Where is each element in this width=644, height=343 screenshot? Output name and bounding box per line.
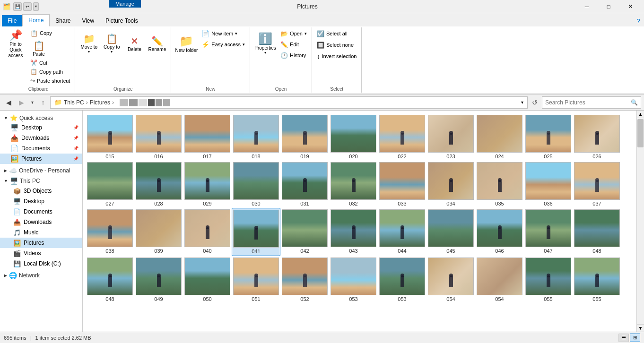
thumbnail-item[interactable]: 043 (329, 208, 378, 256)
thumbnail-item[interactable]: 047 (524, 208, 573, 256)
select-all-button[interactable]: ☑️ Select all (315, 28, 358, 39)
thumbnail-item[interactable]: 035 (475, 161, 524, 208)
tab-view[interactable]: View (76, 15, 100, 26)
thumbnail-item[interactable]: 025 (524, 113, 573, 161)
sidebar-item-desktop-pc[interactable]: 🖥️ Desktop (0, 196, 82, 206)
close-button[interactable]: ✕ (619, 0, 641, 13)
up-button[interactable]: ↑ (37, 97, 49, 108)
thumbnail-item[interactable]: 042 (280, 208, 329, 256)
pin-quick-access-button[interactable]: 📌 Pin to Quick access (4, 28, 27, 60)
delete-button[interactable]: ✕ Delete (123, 28, 145, 59)
sidebar-item-downloads-qa[interactable]: 📥 Downloads 📌 (0, 133, 82, 143)
copy-to-button[interactable]: 📋 Copy to ▾ (101, 28, 122, 59)
thumbnail-item[interactable]: 015 (86, 113, 134, 161)
thumbnail-item[interactable]: 038 (86, 208, 134, 256)
undo-btn[interactable]: ↩ (23, 2, 32, 11)
sidebar-item-pictures-pc[interactable]: 🖼️ Pictures (0, 238, 82, 248)
edit-button[interactable]: ✏️ Edit (278, 39, 309, 50)
thumbnail-item[interactable]: 048 (573, 208, 621, 256)
thumbnail-item[interactable]: 054 (426, 256, 475, 303)
thumbnail-item[interactable]: 031 (280, 161, 329, 208)
copy-button[interactable]: 📋 Copy (28, 28, 72, 38)
thumbnail-item[interactable]: 027 (86, 161, 134, 208)
paste-button[interactable]: 📋 Paste (28, 38, 49, 58)
thumbnail-item[interactable]: 041 (232, 208, 280, 256)
new-folder-button[interactable]: 📁 New folder (174, 28, 199, 59)
forward-button[interactable]: ▶ (16, 97, 27, 108)
thumbnail-item[interactable]: 017 (183, 113, 232, 161)
sidebar-item-documents-qa[interactable]: 📄 Documents 📌 (0, 143, 82, 154)
thumbnail-item[interactable]: 049 (134, 256, 183, 303)
sidebar-item-videos[interactable]: 🎬 Videos (0, 248, 82, 258)
thumbnail-item[interactable]: 030 (232, 161, 280, 208)
back-button[interactable]: ◀ (3, 97, 14, 108)
thumbnail-item[interactable]: 033 (378, 161, 426, 208)
paste-shortcut-button[interactable]: ↪ Paste shortcut (28, 77, 72, 85)
tab-home[interactable]: Home (22, 14, 50, 26)
thumbnail-item[interactable]: 016 (134, 113, 183, 161)
thumbnail-view-button[interactable]: ⊞ (630, 334, 640, 342)
search-box[interactable]: 🔍 (542, 96, 641, 109)
invert-selection-button[interactable]: ↕️ Invert selection (315, 51, 358, 61)
sidebar-item-3dobjects[interactable]: 📦 3D Objects (0, 186, 82, 196)
scroll-up[interactable]: ▲ (637, 111, 644, 118)
save-btn[interactable]: 💾 (13, 2, 22, 11)
quick-access-section[interactable]: ▼ ⭐ Quick access (0, 112, 82, 122)
minimize-button[interactable]: ─ (576, 0, 598, 13)
this-pc-section[interactable]: ▼ 🖥️ This PC (0, 175, 82, 186)
thumbnail-item[interactable]: 055 (524, 256, 573, 303)
thumbnail-item[interactable]: 023 (426, 113, 475, 161)
address-this-pc[interactable]: This PC (64, 99, 84, 106)
thumbnail-item[interactable]: 052 (280, 256, 329, 303)
tab-picture-tools[interactable]: Picture Tools (100, 15, 143, 26)
move-to-button[interactable]: 📁 Move to ▾ (78, 28, 100, 59)
tab-file[interactable]: File (2, 15, 22, 26)
address-bar[interactable]: 📁 This PC › Pictures › ▾ (50, 96, 528, 109)
thumbnail-item[interactable]: 019 (280, 113, 329, 161)
onedrive-section[interactable]: ▶ ☁️ OneDrive - Personal (0, 164, 82, 175)
thumbnail-item[interactable]: 024 (475, 113, 524, 161)
thumbnail-item[interactable]: 054 (475, 256, 524, 303)
sidebar-item-local-disk[interactable]: 💾 Local Disk (C:) (0, 258, 82, 269)
qs-dropdown[interactable]: ▾ (33, 2, 39, 11)
recent-button[interactable]: ▾ (28, 97, 36, 108)
search-input[interactable] (545, 99, 631, 106)
scroll-down[interactable]: ▼ (637, 324, 644, 332)
sidebar-item-music[interactable]: 🎵 Music (0, 227, 82, 238)
sidebar-item-pictures-qa[interactable]: 🖼️ Pictures 📌 (0, 154, 82, 164)
sidebar-item-desktop-qa[interactable]: 🖥️ Desktop 📌 (0, 122, 82, 133)
refresh-button[interactable]: ↺ (529, 97, 540, 108)
sidebar-item-documents-pc[interactable]: 📄 Documents (0, 206, 82, 217)
thumbnail-item[interactable]: 032 (329, 161, 378, 208)
help-btn[interactable]: ? (633, 15, 644, 26)
thumbnail-item[interactable]: 046 (475, 208, 524, 256)
thumbnail-item[interactable]: 039 (134, 208, 183, 256)
select-none-button[interactable]: 🔲 Select none (315, 40, 358, 50)
open-button[interactable]: 📂 Open ▾ (278, 28, 309, 39)
thumbnail-item[interactable]: 037 (573, 161, 621, 208)
thumbnail-item[interactable]: 020 (329, 113, 378, 161)
thumbnail-item[interactable]: 050 (183, 256, 232, 303)
maximize-button[interactable]: □ (598, 0, 619, 13)
properties-button[interactable]: ℹ️ Properties ▾ (253, 28, 278, 59)
details-view-button[interactable]: ☰ (618, 334, 629, 342)
copy-path-button[interactable]: 📋 Copy path (28, 68, 72, 76)
rename-button[interactable]: ✏️ Rename (146, 28, 168, 59)
thumbnail-item[interactable]: 036 (524, 161, 573, 208)
search-icon[interactable]: 🔍 (631, 99, 638, 106)
network-section[interactable]: ▶ 🌐 Network (0, 269, 82, 280)
thumbnail-item[interactable]: 034 (426, 161, 475, 208)
thumbnail-item[interactable]: 028 (134, 161, 183, 208)
thumbnail-item[interactable]: 051 (232, 256, 280, 303)
thumbnail-item[interactable]: 029 (183, 161, 232, 208)
address-pictures[interactable]: Pictures (90, 99, 110, 106)
tab-share[interactable]: Share (50, 15, 76, 26)
new-item-button[interactable]: 📄 New item ▾ (200, 28, 247, 39)
scroll-thumb[interactable] (637, 119, 644, 147)
thumbnail-item[interactable]: 022 (378, 113, 426, 161)
scrollbar[interactable]: ▲ ▼ (636, 111, 644, 332)
sidebar-item-downloads-pc[interactable]: 📥 Downloads (0, 217, 82, 227)
thumbnail-item[interactable]: 053 (329, 256, 378, 303)
thumbnail-item[interactable]: 045 (426, 208, 475, 256)
thumbnail-item[interactable]: 026 (573, 113, 621, 161)
